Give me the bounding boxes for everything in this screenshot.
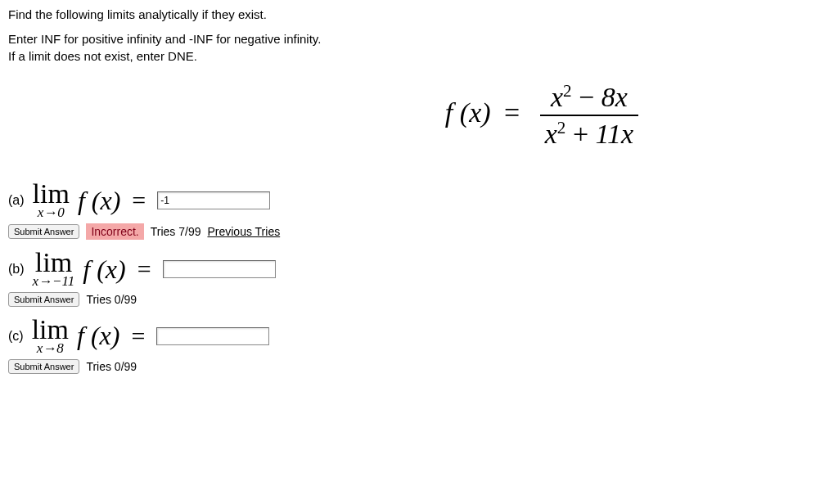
approach-c: x→8 xyxy=(37,343,64,354)
lim-text: lim xyxy=(33,182,70,205)
instruction-line-1: Find the following limits analytically i… xyxy=(8,7,830,23)
lim-text: lim xyxy=(35,251,72,274)
submit-button-a[interactable]: Submit Answer xyxy=(8,224,79,239)
part-b: (b) lim x→−11 f (x) = Submit Answer Trie… xyxy=(8,251,830,307)
eq-b: = xyxy=(131,255,158,283)
eq-c: = xyxy=(124,322,151,350)
status-incorrect: Incorrect. xyxy=(86,223,143,240)
fx-c: f (x) xyxy=(77,321,119,351)
formula-lhs: f (x) xyxy=(445,97,491,128)
answer-input-b[interactable] xyxy=(163,260,276,278)
limit-b: lim x→−11 xyxy=(33,251,75,287)
part-c: (c) lim x→8 f (x) = Submit Answer Tries … xyxy=(8,318,830,374)
submit-button-b[interactable]: Submit Answer xyxy=(8,292,79,307)
approach-a: x→0 xyxy=(38,207,65,218)
answer-input-a[interactable] xyxy=(157,191,270,209)
previous-tries-link[interactable]: Previous Tries xyxy=(207,225,280,238)
numerator: x2 − 8x xyxy=(540,81,638,116)
function-definition: f (x) = x2 − 8x x2 + 11x xyxy=(8,81,830,151)
limit-a: lim x→0 xyxy=(33,182,70,218)
fx-b: f (x) xyxy=(83,254,125,285)
part-c-label: (c) xyxy=(8,329,24,344)
tries-a: Tries 7/99 xyxy=(151,225,201,238)
part-b-label: (b) xyxy=(8,262,25,277)
instruction-line-3: If a limit does not exist, enter DNE. xyxy=(8,48,830,65)
fx-a: f (x) xyxy=(78,186,120,216)
tries-b: Tries 0/99 xyxy=(86,293,137,306)
answer-input-c[interactable] xyxy=(156,327,269,345)
fraction: x2 − 8x x2 + 11x xyxy=(540,81,638,151)
tries-c: Tries 0/99 xyxy=(86,360,137,373)
submit-button-c[interactable]: Submit Answer xyxy=(8,359,79,374)
part-a: (a) lim x→0 f (x) = Submit Answer Incorr… xyxy=(8,182,830,240)
lim-text: lim xyxy=(32,318,69,341)
part-a-label: (a) xyxy=(8,193,25,208)
instruction-line-2: Enter INF for positive infinity and -INF… xyxy=(8,31,830,47)
approach-b: x→−11 xyxy=(33,276,75,287)
eq-a: = xyxy=(125,187,152,214)
limit-c: lim x→8 xyxy=(32,318,69,354)
denominator: x2 + 11x xyxy=(540,116,638,150)
formula-equals: = xyxy=(498,97,526,128)
